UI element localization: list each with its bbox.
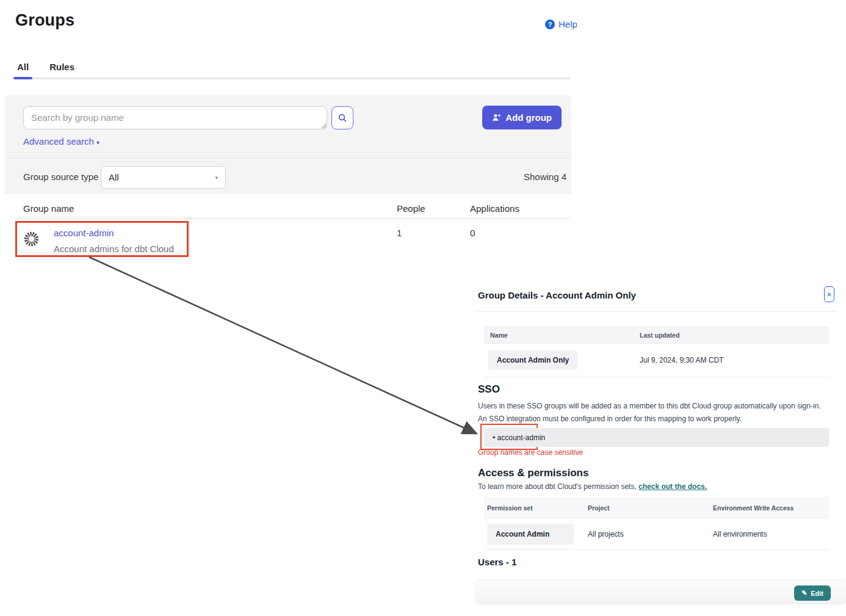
header-group-name: Group name <box>15 203 397 214</box>
tab-rules[interactable]: Rules <box>48 62 76 72</box>
last-updated-value: Jul 9, 2024, 9:30 AM CDT <box>640 356 723 364</box>
groups-table-header: Group name People Applications <box>15 198 571 219</box>
case-sensitive-warning: Group names are case sensitive <box>478 448 583 457</box>
sso-description: Users in these SSO groups will be added … <box>478 400 829 426</box>
tab-bar: All Rules <box>15 62 571 79</box>
table-row: Account Admin All projects All environme… <box>484 518 829 550</box>
header-last-updated: Last updated <box>640 332 679 339</box>
group-source-type-select[interactable]: All ▾ <box>101 166 226 189</box>
close-icon[interactable]: ✕ <box>824 286 834 302</box>
help-icon: ? <box>545 20 555 29</box>
select-caret-icon: ▾ <box>215 175 218 181</box>
details-title: Group Details - Account Admin Only <box>478 290 636 300</box>
selected-option: All <box>109 172 119 183</box>
advanced-search-link[interactable]: Advanced search▾ <box>23 136 99 147</box>
applications-count: 0 <box>470 227 543 254</box>
header-name: Name <box>484 332 640 339</box>
tab-all[interactable]: All <box>15 62 31 72</box>
groups-table: Group name People Applications account-a… <box>15 198 571 254</box>
search-panel: Advanced search▾ Add group <box>5 95 571 159</box>
header-people: People <box>397 203 470 214</box>
filter-panel: Group source type All ▾ Showing 4 <box>5 159 571 194</box>
help-link[interactable]: ? Help <box>545 19 577 29</box>
add-group-button[interactable]: Add group <box>482 106 562 129</box>
group-source-type-label: Group source type <box>23 172 98 182</box>
permissions-table: Permission set Project Environment Write… <box>484 498 829 550</box>
edit-label: Edit <box>811 590 823 597</box>
add-person-icon <box>492 113 501 122</box>
showing-count: Showing 4 <box>524 172 566 182</box>
help-label: Help <box>559 19 577 29</box>
sso-heading: SSO <box>478 383 500 396</box>
group-name-chip: Account Admin Only <box>488 350 577 370</box>
magnifier-icon <box>338 113 347 123</box>
divider <box>476 311 837 312</box>
group-description: Account admins for dbt Cloud <box>54 244 174 254</box>
users-heading: Users - 1 <box>478 557 516 567</box>
group-name-link[interactable]: account-admin <box>54 227 174 239</box>
pencil-icon: ✎ <box>801 589 807 597</box>
sunburst-group-icon <box>23 231 40 247</box>
docs-link[interactable]: check out the docs. <box>638 482 707 491</box>
people-count: 1 <box>397 227 470 254</box>
environment-value: All environments <box>713 530 823 538</box>
header-applications: Applications <box>470 203 568 214</box>
permission-set-chip: Account Admin <box>487 524 574 545</box>
caret-down-icon: ▾ <box>96 139 99 146</box>
details-footer: ✎ Edit <box>476 581 846 604</box>
add-group-label: Add group <box>505 112 552 123</box>
sso-group-chip: • account-admin <box>484 433 545 442</box>
page-title: Groups <box>15 11 74 30</box>
header-permission-set: Permission set <box>484 504 588 512</box>
header-project: Project <box>588 504 713 512</box>
bullet-icon: • <box>493 433 495 442</box>
sso-group-bar: • account-admin <box>484 428 829 447</box>
search-button[interactable] <box>331 106 353 129</box>
access-permissions-heading: Access & permissions <box>478 467 588 479</box>
project-value: All projects <box>588 530 713 538</box>
access-description: To learn more about dbt Cloud's permissi… <box>478 482 707 491</box>
name-table: Name Last updated Account Admin Only Jul… <box>484 327 829 377</box>
table-row: account-admin Account admins for dbt Clo… <box>15 219 571 254</box>
search-input[interactable] <box>23 106 327 129</box>
header-environment-write-access: Environment Write Access <box>713 504 823 512</box>
edit-button[interactable]: ✎ Edit <box>794 585 831 601</box>
table-row: Account Admin Only Jul 9, 2024, 9:30 AM … <box>484 344 829 377</box>
